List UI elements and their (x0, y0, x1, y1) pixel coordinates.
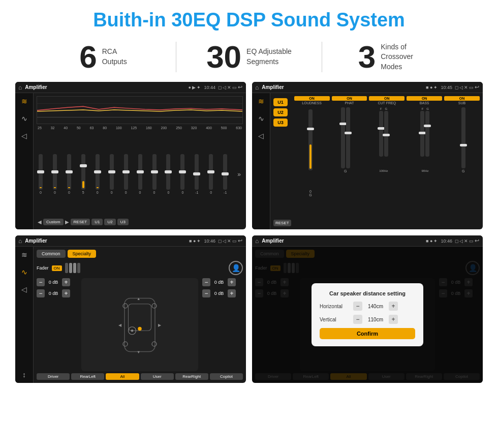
eq-slider-6[interactable]: 0 (110, 154, 114, 194)
vol-icon-1: ◁ (223, 85, 226, 90)
user-btn[interactable]: User (141, 373, 174, 380)
distance-modal: Car speaker distance setting Horizontal … (312, 283, 423, 346)
back-icon-4[interactable]: ↩ (475, 237, 479, 244)
home-icon-1[interactable]: ⌂ (18, 84, 22, 91)
car-diagram-3: ▲ ▼ ◀ ▶ (81, 278, 198, 371)
x-icon-1: ✕ (227, 85, 231, 90)
eq-slider-8[interactable]: 0 (138, 154, 142, 194)
u1-btn[interactable]: U1 (91, 219, 103, 225)
eq-slider-1[interactable]: 0 (39, 154, 43, 194)
back-icon-2[interactable]: ↩ (475, 84, 479, 91)
status-bar-2: ⌂ Amplifier ■ ● ✦ 10:45 ◻ ◁ ✕ ▭ ↩ (252, 82, 483, 93)
eq-slider-3[interactable]: 0 (67, 154, 71, 194)
rearright-btn[interactable]: RearRight (175, 373, 208, 380)
cr-left-icons: ≋ ∿ ◁ (252, 93, 270, 229)
more-icon[interactable]: » (237, 171, 241, 178)
rearleft-btn[interactable]: RearLeft (71, 373, 104, 380)
fader-sliders (65, 263, 226, 273)
u2-btn[interactable]: U2 (104, 219, 115, 225)
modal-title: Car speaker distance setting (320, 290, 415, 296)
rect-icon-1: ▭ (232, 85, 237, 90)
wave-icon-3[interactable]: ∿ (21, 268, 27, 276)
reset-btn-2[interactable]: RESET (273, 220, 291, 226)
speaker-icon-1[interactable]: ◁ (21, 132, 27, 140)
eq-icon-3[interactable]: ≋ (21, 251, 27, 259)
screen3-title: Amplifier (25, 238, 189, 244)
bass-channel: ON BASS (407, 96, 442, 105)
db-plus-1[interactable]: + (62, 278, 70, 286)
x-icon-3: ✕ (227, 238, 231, 244)
freq-100: 100 (116, 126, 122, 130)
profile-icon-3[interactable]: 👤 (229, 261, 243, 275)
db-plus-2[interactable]: + (62, 289, 70, 297)
stat-number-3: 3 (358, 41, 376, 73)
eq-graph (37, 96, 243, 124)
reset-btn-1[interactable]: RESET (71, 219, 90, 225)
back-icon-1[interactable]: ↩ (238, 84, 242, 91)
all-btn[interactable]: All (106, 373, 139, 380)
u2-preset[interactable]: U2 (273, 108, 288, 116)
copilot-btn[interactable]: Copilot (210, 373, 243, 380)
svg-point-11 (123, 342, 128, 346)
freq-630: 630 (236, 126, 242, 130)
vertical-plus[interactable]: + (389, 315, 398, 324)
db-minus-2[interactable]: − (37, 289, 45, 297)
db-plus-4[interactable]: + (228, 289, 236, 297)
fader-bar-2 (69, 263, 72, 273)
eq-slider-4[interactable]: 5 (81, 154, 85, 194)
cam-icon-3: ◻ (218, 238, 222, 244)
home-icon-3[interactable]: ⌂ (18, 237, 22, 245)
home-icon-4[interactable]: ⌂ (255, 237, 259, 245)
location-icon-2: ✦ (433, 85, 438, 90)
eq-slider-14[interactable]: -1 (223, 154, 227, 194)
specialty-tab[interactable]: Specialty (68, 250, 97, 258)
home-icon-2[interactable]: ⌂ (255, 84, 259, 91)
freq-125: 125 (131, 126, 137, 130)
fader-on-badge[interactable]: ON (52, 265, 62, 271)
db-plus-3[interactable]: + (228, 278, 236, 286)
eq-slider-11[interactable]: 0 (180, 154, 184, 194)
db-minus-1[interactable]: − (37, 278, 45, 286)
eq-slider-12[interactable]: -1 (195, 154, 199, 194)
custom-btn[interactable]: Custom (43, 219, 64, 225)
speaker-icon-2[interactable]: ◁ (258, 132, 264, 140)
page-title: Buith-in 30EQ DSP Sound System (0, 0, 498, 36)
eq-icon-2[interactable]: ≋ (258, 97, 264, 105)
eq-slider-5[interactable]: 0 (96, 154, 100, 194)
driver-btn[interactable]: Driver (37, 373, 70, 380)
common-tab[interactable]: Common (37, 250, 66, 258)
horizontal-plus[interactable]: + (389, 302, 398, 311)
cutfreq-channel: ON CUT FREQ (369, 96, 404, 105)
eq-bottom-bar: ◀ Custom ▶ RESET U1 U2 U3 (37, 217, 243, 226)
db-minus-3[interactable]: − (202, 278, 210, 286)
svg-text:▶: ▶ (158, 323, 162, 327)
fader-bar-1 (65, 263, 68, 273)
u3-preset[interactable]: U3 (273, 118, 288, 127)
arrows-icon-3[interactable]: ↕ (22, 371, 26, 379)
u3-btn[interactable]: U3 (117, 219, 129, 225)
horizontal-minus[interactable]: − (353, 302, 362, 311)
wave-icon-2[interactable]: ∿ (258, 114, 264, 123)
eq-slider-10[interactable]: 0 (166, 154, 170, 194)
speaker-icon-3[interactable]: ◁ (21, 285, 27, 293)
eq-slider-9[interactable]: 0 (152, 154, 157, 194)
confirm-button[interactable]: Confirm (320, 328, 415, 339)
svg-point-9 (123, 304, 128, 308)
vertical-minus[interactable]: − (353, 315, 362, 324)
stat-crossover: 3 Kinds of Crossover Modes (322, 41, 468, 73)
eq-slider-7[interactable]: 0 (124, 154, 128, 194)
eq-slider-2[interactable]: 0 (53, 154, 57, 194)
eq-slider-13[interactable]: 0 (209, 154, 213, 194)
back-icon-3[interactable]: ↩ (238, 237, 242, 244)
u1-preset[interactable]: U1 (273, 98, 288, 106)
db-minus-4[interactable]: − (202, 289, 210, 297)
eq-icon-active[interactable]: ≋ (21, 97, 27, 105)
stat-number-6: 6 (79, 41, 97, 73)
screen1-title: Amplifier (25, 84, 188, 90)
prev-button[interactable]: ◀ (38, 219, 42, 225)
next-button[interactable]: ▶ (65, 219, 69, 225)
freq-250: 250 (176, 126, 182, 130)
wave-icon-1[interactable]: ∿ (21, 114, 27, 123)
freq-200: 200 (161, 126, 167, 130)
time-2: 10:45 (441, 85, 452, 90)
